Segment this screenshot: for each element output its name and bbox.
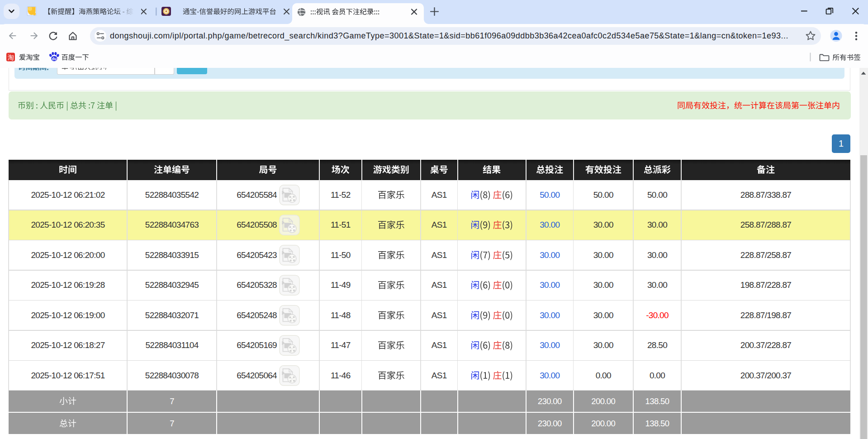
svg-text:du: du xyxy=(52,57,57,61)
